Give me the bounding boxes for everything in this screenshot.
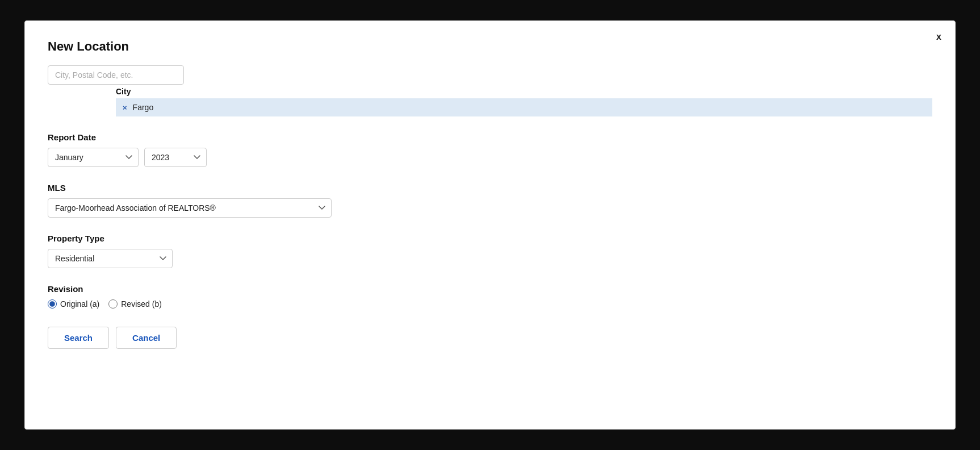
revision-original-label[interactable]: Original (a) bbox=[48, 299, 99, 309]
revision-original-text: Original (a) bbox=[60, 299, 99, 309]
modal-dialog: x New Location City × Fargo Report Date … bbox=[24, 20, 956, 430]
property-type-label: Property Type bbox=[48, 234, 932, 243]
property-type-section: Property Type Residential Commercial Lan… bbox=[48, 234, 932, 268]
property-type-dropdown[interactable]: Residential Commercial Land Multi-Family bbox=[48, 249, 173, 268]
revision-revised-radio[interactable] bbox=[108, 299, 118, 309]
report-date-dropdowns: January February March April May June Ju… bbox=[48, 148, 932, 167]
revision-radio-group: Original (a) Revised (b) bbox=[48, 299, 932, 309]
location-search-input[interactable] bbox=[48, 65, 184, 85]
revision-section: Revision Original (a) Revised (b) bbox=[48, 284, 932, 309]
revision-revised-text: Revised (b) bbox=[121, 299, 162, 309]
cancel-button[interactable]: Cancel bbox=[116, 327, 177, 349]
revision-label: Revision bbox=[48, 284, 932, 294]
revision-revised-label[interactable]: Revised (b) bbox=[108, 299, 162, 309]
month-dropdown[interactable]: January February March April May June Ju… bbox=[48, 148, 139, 167]
location-item: × Fargo bbox=[116, 98, 932, 116]
city-section: City × Fargo bbox=[116, 85, 932, 116]
mls-section: MLS Fargo-Moorhead Association of REALTO… bbox=[48, 183, 932, 218]
report-date-section: Report Date January February March April… bbox=[48, 132, 932, 167]
remove-location-icon[interactable]: × bbox=[123, 103, 127, 112]
revision-original-radio[interactable] bbox=[48, 299, 57, 309]
mls-label: MLS bbox=[48, 183, 932, 193]
action-buttons: Search Cancel bbox=[48, 327, 932, 349]
year-dropdown[interactable]: 2020 2021 2022 2023 2024 bbox=[144, 148, 207, 167]
search-button[interactable]: Search bbox=[48, 327, 109, 349]
location-item-name: Fargo bbox=[133, 103, 154, 112]
modal-close-button[interactable]: x bbox=[936, 32, 941, 41]
modal-overlay: x New Location City × Fargo Report Date … bbox=[0, 0, 980, 450]
location-type-label: City bbox=[116, 85, 932, 98]
report-date-label: Report Date bbox=[48, 132, 932, 142]
modal-title: New Location bbox=[48, 39, 932, 54]
mls-dropdown[interactable]: Fargo-Moorhead Association of REALTORS® bbox=[48, 198, 332, 218]
